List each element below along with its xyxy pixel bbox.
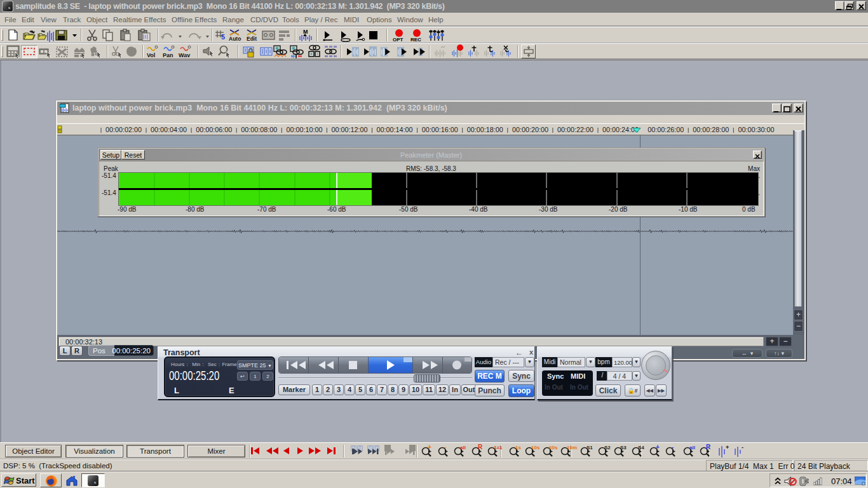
svg-text:60s: 60s (549, 445, 558, 451)
svg-text:00:00:02:00: 00:00:02:00 (105, 126, 142, 133)
svg-text:OPT: OPT (393, 37, 403, 43)
svg-text:00:00:18:00: 00:00:18:00 (467, 126, 503, 133)
svg-text:-: - (742, 444, 743, 451)
svg-text:00:00:08:00: 00:00:08:00 (241, 126, 277, 133)
svg-text:1=1: 1=1 (494, 445, 503, 451)
svg-text:Wav: Wav (179, 52, 190, 58)
svg-text:all: all (460, 445, 466, 451)
svg-text:5: 5 (221, 33, 225, 41)
svg-text:REC: REC (410, 37, 421, 43)
svg-text:+: + (656, 444, 660, 451)
svg-text:-: - (444, 444, 446, 451)
svg-text:Vol: Vol (147, 52, 155, 58)
svg-text:S4: S4 (638, 445, 644, 451)
svg-text:S2: S2 (604, 445, 611, 451)
svg-text:Auto: Auto (229, 36, 241, 42)
svg-text:00:00:24:00: 00:00:24:00 (602, 126, 639, 133)
svg-text:M: M (303, 29, 308, 35)
svg-text:S3: S3 (620, 445, 627, 451)
svg-text:R: R (706, 444, 711, 451)
svg-text:Edit: Edit (247, 36, 257, 42)
svg-text:00:00:04:00: 00:00:04:00 (151, 126, 187, 133)
svg-text:00:00:16:00: 00:00:16:00 (422, 126, 458, 133)
svg-text:00:00:14:00: 00:00:14:00 (377, 126, 413, 133)
svg-text:1s: 1s (515, 445, 521, 451)
svg-text:-: - (672, 444, 674, 451)
svg-text:00:00:22:00: 00:00:22:00 (557, 126, 593, 133)
svg-text:+: + (726, 444, 729, 451)
svg-text:all: all (689, 445, 695, 451)
svg-text:00:00:12:00: 00:00:12:00 (331, 126, 367, 133)
svg-text:00:00:30:00: 00:00:30:00 (738, 126, 774, 133)
svg-text:S1: S1 (587, 445, 593, 451)
svg-text:00:00:10:00: 00:00:10:00 (286, 126, 322, 133)
svg-text:00:00:26:00: 00:00:26:00 (648, 126, 684, 133)
svg-text:Pan: Pan (163, 52, 173, 58)
svg-text:00:00:28:00: 00:00:28:00 (693, 126, 729, 133)
svg-text:10m: 10m (567, 445, 577, 451)
svg-text:00:00:20:00: 00:00:20:00 (512, 126, 548, 133)
svg-text:00:00:06:00: 00:00:06:00 (196, 126, 232, 133)
svg-text:10s: 10s (531, 445, 540, 451)
svg-text:R: R (478, 444, 483, 451)
svg-text:+: + (428, 444, 431, 451)
